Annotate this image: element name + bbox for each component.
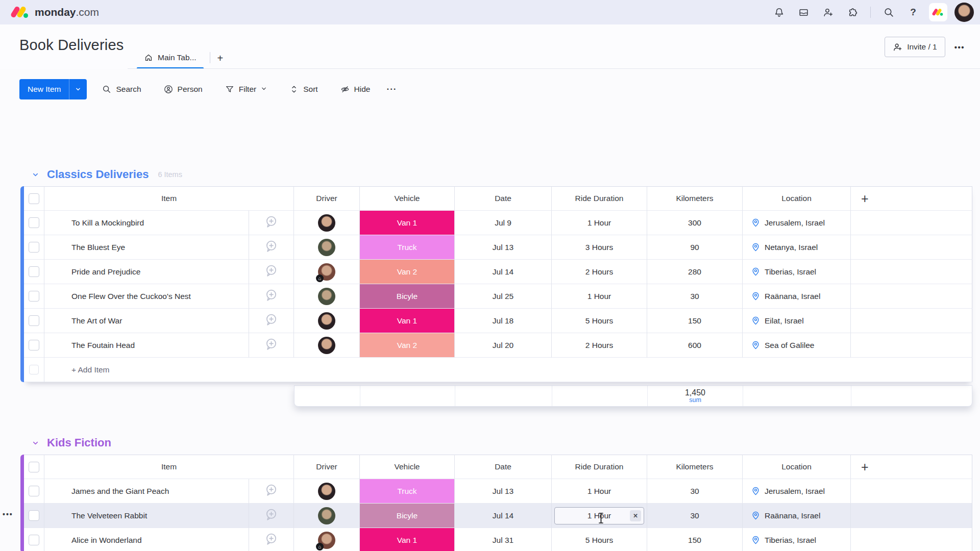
- date-cell[interactable]: Jul 13: [455, 479, 552, 504]
- vehicle-cell[interactable]: Bicyle: [360, 284, 455, 309]
- column-header-vehicle[interactable]: Vehicle: [360, 455, 455, 479]
- driver-avatar[interactable]: [318, 507, 335, 524]
- user-avatar[interactable]: [954, 3, 974, 22]
- row-checkbox[interactable]: [24, 235, 44, 260]
- driver-cell[interactable]: ⌂: [294, 260, 360, 284]
- driver-avatar[interactable]: [318, 312, 335, 330]
- select-all-checkbox[interactable]: [24, 455, 44, 479]
- column-header-item[interactable]: Item: [44, 455, 294, 479]
- driver-cell[interactable]: ⌂: [294, 528, 360, 551]
- checkbox[interactable]: [29, 217, 39, 228]
- notifications-bell-icon[interactable]: [770, 4, 788, 21]
- filter-button[interactable]: Filter: [218, 79, 274, 99]
- toolbar-more-button[interactable]: ···: [387, 84, 397, 94]
- location-cell[interactable]: Raänana, Israel: [743, 284, 851, 309]
- column-header-date[interactable]: Date: [455, 186, 552, 211]
- date-cell[interactable]: Jul 14: [455, 504, 552, 528]
- column-header-item[interactable]: Item: [44, 186, 294, 211]
- checkbox[interactable]: [29, 242, 39, 253]
- row-checkbox[interactable]: [24, 504, 44, 528]
- item-name-cell[interactable]: The Bluest Eye: [44, 235, 249, 260]
- ride-duration-cell[interactable]: 5 Hours: [552, 528, 647, 551]
- row-checkbox[interactable]: [24, 333, 44, 358]
- monday-logo[interactable]: monday.com: [11, 6, 99, 19]
- search-icon[interactable]: [880, 4, 897, 21]
- add-view-button[interactable]: +: [217, 53, 224, 64]
- vehicle-cell[interactable]: Truck: [360, 235, 455, 260]
- item-name-cell[interactable]: The Foutain Head: [44, 333, 249, 358]
- driver-cell[interactable]: [294, 309, 360, 333]
- kilometers-cell[interactable]: 30: [647, 479, 743, 504]
- driver-avatar[interactable]: [318, 214, 335, 232]
- checkbox[interactable]: [29, 266, 39, 277]
- row-options-dots[interactable]: •••: [3, 510, 13, 518]
- close-editor-button[interactable]: ✕: [630, 510, 641, 521]
- column-header-driver[interactable]: Driver: [294, 186, 360, 211]
- row-checkbox[interactable]: [24, 479, 44, 504]
- hide-button[interactable]: Hide: [333, 79, 378, 99]
- location-cell[interactable]: Jerusalem, Israel: [743, 479, 851, 504]
- inbox-icon[interactable]: [795, 4, 812, 21]
- item-name-cell[interactable]: One Flew Over the Cuckoo's Nest: [44, 284, 249, 309]
- sort-button[interactable]: Sort: [282, 79, 325, 99]
- ride-duration-cell[interactable]: 1 Hour: [552, 211, 647, 235]
- add-update-button[interactable]: [249, 309, 294, 333]
- location-cell[interactable]: Netanya, Israel: [743, 235, 851, 260]
- checkbox[interactable]: [29, 462, 39, 472]
- board-title[interactable]: Book Deliveries: [19, 37, 124, 54]
- driver-cell[interactable]: [294, 211, 360, 235]
- item-name-cell[interactable]: Pride and Prejudice: [44, 260, 249, 284]
- driver-cell[interactable]: [294, 284, 360, 309]
- driver-avatar[interactable]: ⌂: [318, 532, 335, 549]
- driver-avatar[interactable]: [318, 288, 335, 305]
- ride-duration-cell[interactable]: 2 Hours: [552, 260, 647, 284]
- filter-chevron-icon[interactable]: [261, 85, 267, 94]
- checkbox[interactable]: [29, 510, 39, 521]
- checkbox[interactable]: [29, 315, 39, 326]
- driver-avatar[interactable]: ⌂: [318, 263, 335, 281]
- row-checkbox[interactable]: [24, 260, 44, 284]
- column-header-driver[interactable]: Driver: [294, 455, 360, 479]
- select-all-checkbox[interactable]: [24, 186, 44, 211]
- date-cell[interactable]: Jul 9: [455, 211, 552, 235]
- new-item-chevron-icon[interactable]: [69, 79, 87, 99]
- vehicle-cell[interactable]: Van 1: [360, 309, 455, 333]
- vehicle-cell[interactable]: Bicyle: [360, 504, 455, 528]
- row-checkbox[interactable]: [24, 528, 44, 551]
- checkbox[interactable]: [29, 486, 39, 496]
- vehicle-cell[interactable]: Van 1: [360, 528, 455, 551]
- ride-duration-cell[interactable]: 3 Hours: [552, 235, 647, 260]
- item-name-cell[interactable]: The Velveteen Rabbit: [44, 504, 249, 528]
- vehicle-cell[interactable]: Van 1: [360, 211, 455, 235]
- kilometers-cell[interactable]: 30: [647, 504, 743, 528]
- board-menu-button[interactable]: •••: [954, 43, 965, 52]
- group-title[interactable]: Kids Fiction: [47, 436, 111, 449]
- kilometers-sum-cell[interactable]: 1,450sum: [648, 386, 743, 406]
- group-title[interactable]: Classics Deliveries: [47, 168, 149, 181]
- driver-cell[interactable]: [294, 479, 360, 504]
- location-cell[interactable]: Sea of Galilee: [743, 333, 851, 358]
- location-cell[interactable]: Raänana, Israel: [743, 504, 851, 528]
- add-update-button[interactable]: [249, 260, 294, 284]
- item-name-cell[interactable]: To Kill a Mockingbird: [44, 211, 249, 235]
- checkbox[interactable]: [29, 340, 39, 350]
- checkbox[interactable]: [29, 291, 39, 302]
- date-cell[interactable]: Jul 31: [455, 528, 552, 551]
- item-name-cell[interactable]: The Art of War: [44, 309, 249, 333]
- driver-cell[interactable]: [294, 504, 360, 528]
- new-item-button[interactable]: New Item: [19, 79, 87, 99]
- driver-cell[interactable]: [294, 235, 360, 260]
- checkbox[interactable]: [29, 193, 39, 204]
- add-update-button[interactable]: [249, 284, 294, 309]
- tab-main-table[interactable]: Main Tab...: [137, 46, 204, 69]
- item-name-cell[interactable]: Alice in Wonderland: [44, 528, 249, 551]
- ride-duration-cell[interactable]: 1 Hour✕: [552, 504, 647, 528]
- row-checkbox[interactable]: [24, 284, 44, 309]
- person-filter-button[interactable]: Person: [157, 79, 210, 99]
- kilometers-cell[interactable]: 150: [647, 309, 743, 333]
- kilometers-cell[interactable]: 280: [647, 260, 743, 284]
- item-name-cell[interactable]: James and the Giant Peach: [44, 479, 249, 504]
- duration-editor[interactable]: 1 Hour✕: [554, 507, 644, 524]
- add-column-button[interactable]: +: [851, 455, 972, 479]
- group-collapse-chevron-icon[interactable]: [32, 439, 39, 447]
